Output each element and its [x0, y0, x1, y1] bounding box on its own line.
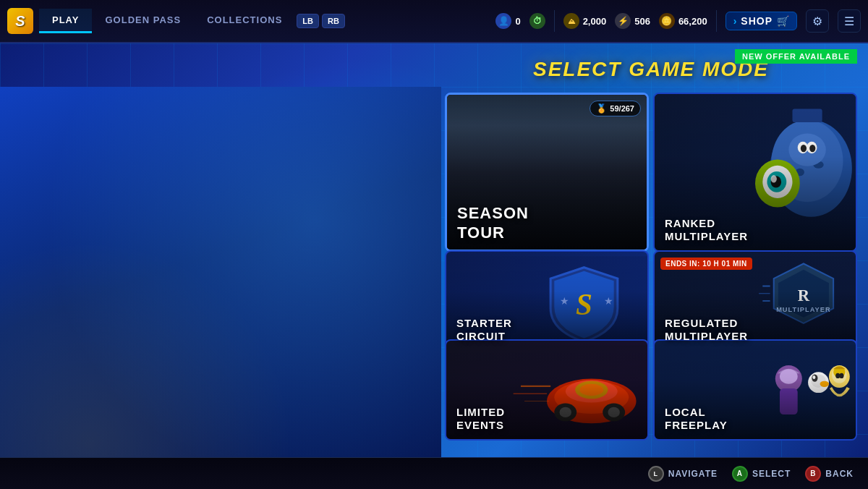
l-button: L [648, 466, 664, 482]
settings-button[interactable]: ⚙ [806, 9, 829, 33]
starter-content: STARTER CIRCUIT [446, 310, 647, 350]
regulated-label: REGULATED MULTIPLAYER [665, 317, 846, 343]
coin-icon: 🏅 [596, 103, 607, 114]
regulated-multiplayer-card[interactable]: R MULTIPLAYER ENDS IN: 10 H 01 MIN REGUL… [653, 250, 857, 352]
timer-icon: ⏱ [529, 13, 545, 29]
menu-button[interactable]: ☰ [838, 9, 861, 33]
tab-play[interactable]: PLAY [39, 9, 92, 33]
ranked-multiplayer-card[interactable]: 01 RANKED MULTIPLAYER [653, 93, 857, 252]
ranked-label: RANKED MULTIPLAYER [665, 217, 846, 243]
nav-lb-button[interactable]: LB [297, 14, 319, 28]
nav-tabs: PLAY GOLDEN PASS COLLECTIONS LB RB [39, 9, 346, 33]
nav-divider-2 [716, 10, 717, 32]
speedometer-value: 506 [634, 16, 650, 27]
select-label: SELECT [752, 469, 791, 479]
limited-content: LIMITED EVENTS [446, 399, 647, 439]
coins-icon: 🪙 [659, 13, 675, 29]
coins-value: 66,200 [678, 16, 707, 27]
character-background [0, 87, 441, 489]
season-tour-label: SEASON TOUR [457, 204, 637, 242]
limited-label: LIMITED EVENTS [456, 406, 637, 432]
season-tour-card[interactable]: 🏅 59/267 SEASON TOUR [445, 93, 649, 252]
nav-divider-1 [554, 10, 555, 32]
new-offer-banner: NEW OFFER AVAILABLE [735, 49, 857, 64]
starter-label: STARTER CIRCUIT [456, 317, 637, 343]
main-content: SELECT GAME MODE [434, 43, 868, 489]
mountain-currency: ⛰ 2,000 [563, 13, 607, 29]
shop-cart-icon: 🛒 [777, 15, 789, 27]
shop-arrow-icon: › [733, 15, 737, 27]
tab-golden-pass[interactable]: GOLDEN PASS [92, 9, 194, 33]
players-value: 0 [515, 16, 520, 27]
starter-circuit-card[interactable]: S ★ ★ STARTER CIRCUIT [445, 250, 649, 352]
a-button: A [732, 466, 748, 482]
nav-rb-button[interactable]: RB [322, 14, 345, 28]
ends-in-badge: ENDS IN: 10 H 01 MIN [660, 258, 752, 270]
speedometer-currency: ⚡ 506 [615, 13, 650, 29]
navigate-label: NAVIGATE [668, 469, 718, 479]
shop-button[interactable]: › SHOP 🛒 [726, 12, 797, 30]
app-logo: S [7, 8, 33, 34]
character-area [0, 43, 441, 489]
shop-label: SHOP [741, 15, 773, 27]
season-tour-badge-value: 59/267 [610, 104, 634, 113]
season-tour-content: SEASON TOUR [447, 197, 647, 250]
person-icon: 👤 [495, 13, 511, 29]
players-stat: 👤 0 [495, 13, 520, 29]
top-navigation: S PLAY GOLDEN PASS COLLECTIONS LB RB 👤 0… [0, 0, 868, 43]
limited-events-card[interactable]: LIMITED EVENTS [445, 339, 649, 441]
mountain-icon: ⛰ [563, 13, 579, 29]
ranked-content: RANKED MULTIPLAYER [655, 210, 856, 250]
nav-right-section: 👤 0 ⏱ ⛰ 2,000 ⚡ 506 🪙 66,200 › SHOP 🛒 ⚙ … [495, 9, 861, 33]
local-freeplay-card[interactable]: LOCAL FREEPLAY [653, 339, 857, 441]
back-label: BACK [825, 469, 854, 479]
freeplay-label: LOCAL FREEPLAY [665, 406, 846, 432]
back-control: B BACK [805, 466, 854, 482]
tab-collections[interactable]: COLLECTIONS [194, 9, 295, 33]
timer-stat: ⏱ [529, 13, 545, 29]
mountain-value: 2,000 [583, 16, 607, 27]
navigate-control: L NAVIGATE [648, 466, 718, 482]
speedometer-icon: ⚡ [615, 13, 631, 29]
b-button: B [805, 466, 821, 482]
coins-currency: 🪙 66,200 [659, 13, 707, 29]
bottom-control-bar: L NAVIGATE A SELECT B BACK [0, 457, 868, 489]
regulated-content: REGULATED MULTIPLAYER [655, 310, 856, 350]
season-tour-badge: 🏅 59/267 [590, 101, 641, 116]
select-control: A SELECT [732, 466, 791, 482]
freeplay-content: LOCAL FREEPLAY [655, 399, 856, 439]
